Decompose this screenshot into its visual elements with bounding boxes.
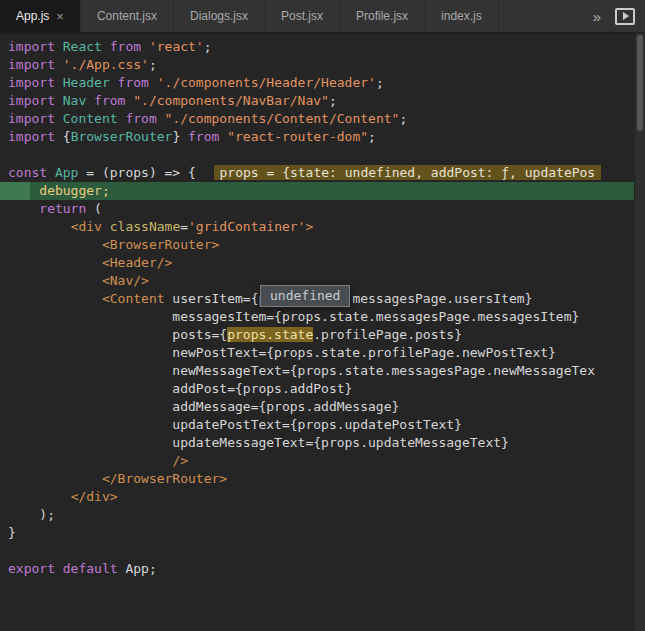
code-line: /> — [0, 452, 645, 470]
code-line: posts={props.state.profilePage.posts} — [0, 326, 645, 344]
code-line: import {BrowserRouter} from "react-route… — [0, 128, 645, 146]
code-line: messagesItem={props.state.messagesPage.m… — [0, 308, 645, 326]
editor-tab-bar: App.js×Content.jsxDialogs.jsxPost.jsxPro… — [0, 0, 645, 33]
tab-content-jsx[interactable]: Content.jsx — [81, 0, 174, 32]
code-line: import './App.css'; — [0, 56, 645, 74]
code-line: newPostText={props.state.profilePage.new… — [0, 344, 645, 362]
code-line: const App = (props) => { props = {state:… — [0, 164, 645, 182]
code-line: <BrowserRouter> — [0, 236, 645, 254]
tab-close-icon[interactable]: × — [56, 10, 64, 23]
code-line: import Header from './components/Header/… — [0, 74, 645, 92]
tab-app-js[interactable]: App.js× — [0, 0, 81, 32]
code-line: import React from 'react'; — [0, 38, 645, 56]
code-line: return ( — [0, 200, 645, 218]
tab-label: Dialogs.jsx — [190, 9, 248, 23]
tab-label: index.js — [441, 9, 482, 23]
boxed-play-icon[interactable] — [615, 8, 635, 25]
code-line — [0, 146, 645, 164]
tab-index-js[interactable]: index.js — [425, 0, 499, 32]
more-tabs-icon[interactable]: » — [593, 8, 601, 25]
open-file-tabs: App.js×Content.jsxDialogs.jsxPost.jsxPro… — [0, 0, 499, 32]
code-line: newMessageText={props.state.messagesPage… — [0, 362, 645, 380]
tab-bar-right-controls: » — [593, 0, 645, 32]
scrollbar-thumb[interactable] — [637, 35, 643, 131]
code-line: <Header/> — [0, 254, 645, 272]
code-line: updateMessageText={props.updateMessageTe… — [0, 434, 645, 452]
code-line: addMessage={props.addMessage} — [0, 398, 645, 416]
vertical-scrollbar[interactable] — [634, 33, 645, 631]
tab-label: Content.jsx — [97, 9, 157, 23]
code-line: debugger; — [0, 182, 645, 200]
tab-post-jsx[interactable]: Post.jsx — [265, 0, 340, 32]
code-line: addPost={props.addPost} — [0, 380, 645, 398]
code-line: <div className='gridContainer'> — [0, 218, 645, 236]
tab-label: Post.jsx — [281, 9, 323, 23]
evaluation-tooltip: undefined — [260, 285, 350, 307]
code-line: </BrowserRouter> — [0, 470, 645, 488]
tab-dialogs-jsx[interactable]: Dialogs.jsx — [174, 0, 265, 32]
tab-profile-jsx[interactable]: Profile.jsx — [340, 0, 425, 32]
code-line — [0, 542, 645, 560]
code-line: export default App; — [0, 560, 645, 578]
code-line: import Nav from "./components/NavBar/Nav… — [0, 92, 645, 110]
code-editor[interactable]: import React from 'react';import './App.… — [0, 33, 645, 631]
code-line: </div> — [0, 488, 645, 506]
tab-label: Profile.jsx — [356, 9, 408, 23]
code-line: updatePostText={props.updatePostText} — [0, 416, 645, 434]
code-line: } — [0, 524, 645, 542]
code-line: ); — [0, 506, 645, 524]
code-line: import Content from "./components/Conten… — [0, 110, 645, 128]
tab-label: App.js — [16, 9, 49, 23]
